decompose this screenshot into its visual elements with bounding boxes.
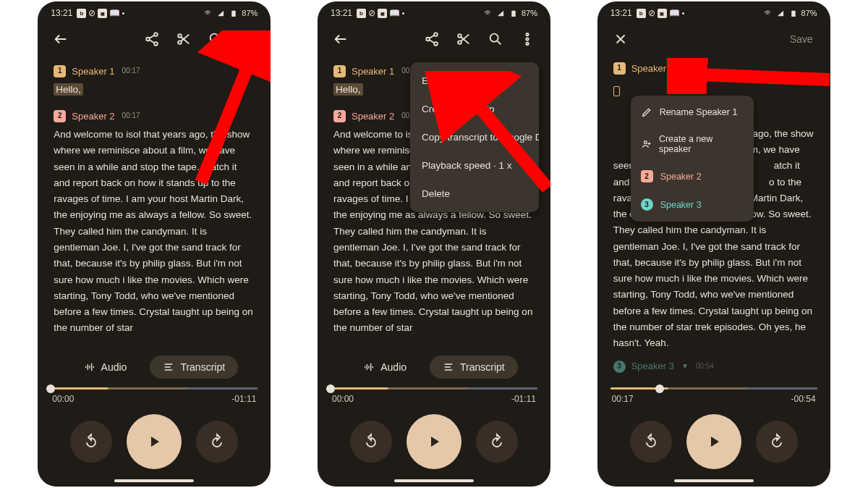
tab-transcript[interactable]: Transcript xyxy=(150,356,238,379)
nav-bar[interactable] xyxy=(394,479,474,482)
transcript-content: 1 Speaker 1 00:17 Hello, 2 Speaker 2 00:… xyxy=(38,56,271,347)
speaker-2-header[interactable]: 2 Speaker 2 00:17 xyxy=(54,109,255,124)
status-bar: 13:21 b⊘▦📖 87% xyxy=(318,1,550,22)
back-button[interactable] xyxy=(326,25,355,54)
tab-transcript[interactable]: Transcript xyxy=(430,356,518,379)
svg-point-23 xyxy=(644,141,647,144)
phone-screen-2: 13:21 b⊘▦📖 87% 1 Speaker 1 00:17 Hello, … xyxy=(318,1,550,487)
speaker-1-badge: 1 xyxy=(333,65,346,77)
speaker-1-badge: 1 xyxy=(54,65,66,77)
back-button[interactable] xyxy=(46,25,75,54)
rewind-button[interactable] xyxy=(630,421,672,463)
nav-bar[interactable] xyxy=(674,479,754,482)
speaker-3-name: Speaker 3 xyxy=(631,358,674,374)
svg-rect-22 xyxy=(791,10,796,16)
menu-delete[interactable]: Delete xyxy=(410,180,539,208)
save-button[interactable]: Save xyxy=(781,33,822,45)
speaker-1-header[interactable]: 1 Speaker 1 00:17 xyxy=(54,64,255,79)
progress-bar[interactable] xyxy=(331,387,537,390)
rewind-button[interactable] xyxy=(350,421,392,463)
svg-point-4 xyxy=(179,34,182,38)
phone-screen-1: 13:21 b⊘▦📖 87% 1 xyxy=(38,1,271,487)
nav-bar[interactable] xyxy=(114,479,194,482)
time-elapsed: 00:00 xyxy=(52,394,74,404)
progress-thumb[interactable] xyxy=(46,384,55,393)
status-time: 13:21 xyxy=(610,8,632,18)
more-button[interactable] xyxy=(233,25,262,54)
rewind-button[interactable] xyxy=(70,421,112,463)
speaker-1-name: Speaker 1 xyxy=(72,64,114,79)
more-button[interactable] xyxy=(513,25,542,54)
svg-point-9 xyxy=(247,43,249,45)
menu-edit-speaker-labels[interactable]: Edit speaker labels xyxy=(410,67,539,95)
wifi-icon xyxy=(482,9,493,17)
play-button[interactable] xyxy=(407,414,461,469)
scissors-button[interactable] xyxy=(169,25,198,54)
chevron-down-icon: ▼ xyxy=(681,361,689,373)
speaker-2-name: Speaker 2 xyxy=(352,109,394,124)
speaker-1-name: Speaker 1 xyxy=(352,64,394,79)
speaker-2-text[interactable]: And welcome to isol that years ago, the … xyxy=(54,127,255,336)
play-button[interactable] xyxy=(686,414,741,469)
menu-rename-speaker[interactable]: Rename Speaker 1 xyxy=(631,98,754,126)
view-tabs: Audio Transcript xyxy=(318,347,550,383)
status-bar: 13:21 b⊘▦📖 87% xyxy=(597,1,830,22)
battery-icon xyxy=(788,9,799,17)
search-button[interactable] xyxy=(481,25,510,54)
forward-button[interactable] xyxy=(756,421,798,463)
speaker-2-name: Speaker 2 xyxy=(72,109,114,124)
text-cursor xyxy=(613,86,620,96)
playback-controls xyxy=(318,404,550,474)
playback-controls xyxy=(38,404,271,474)
app-bar xyxy=(318,22,550,56)
svg-point-8 xyxy=(247,38,249,40)
speaker-1-timestamp: 00:17 xyxy=(122,65,140,77)
speaker-2-timestamp: 00:17 xyxy=(122,110,140,122)
status-notif-icons: b⊘▦📖 xyxy=(77,8,124,18)
time-remaining: -01:11 xyxy=(511,394,536,404)
progress-bar[interactable] xyxy=(610,387,817,390)
search-button[interactable] xyxy=(201,25,230,54)
forward-button[interactable] xyxy=(196,421,238,463)
speaker-3-badge: 3 xyxy=(641,198,653,211)
forward-button[interactable] xyxy=(476,421,518,463)
menu-playback-speed[interactable]: Playback speed · 1 x xyxy=(410,151,539,180)
speaker-2-badge: 2 xyxy=(333,110,346,122)
phone-screen-3: 13:21 b⊘▦📖 87% Save 1 Speaker 1 ▼ xxxxxx… xyxy=(597,1,830,487)
menu-copy-transcript[interactable]: Copy transcript to Google Docs xyxy=(410,123,539,151)
close-button[interactable] xyxy=(606,25,635,54)
share-button[interactable] xyxy=(417,25,446,54)
share-button[interactable] xyxy=(137,25,166,54)
menu-select-speaker-2[interactable]: 2 Speaker 2 xyxy=(631,162,754,190)
time-remaining: -01:11 xyxy=(231,394,256,404)
time-elapsed: 00:17 xyxy=(612,394,634,404)
app-bar xyxy=(38,22,271,56)
time-remaining: -00:54 xyxy=(791,394,816,404)
speaker-1-text[interactable]: Hello, xyxy=(333,83,363,96)
progress-thumb[interactable] xyxy=(326,384,335,393)
speaker-2-badge: 2 xyxy=(54,110,66,122)
svg-point-18 xyxy=(526,33,528,35)
speaker-1-text[interactable]: Hello, xyxy=(54,83,83,96)
speaker-3-timestamp: 00:54 xyxy=(696,361,714,373)
svg-point-7 xyxy=(247,33,249,35)
scissors-button[interactable] xyxy=(449,25,478,54)
speaker-1-header[interactable]: 1 Speaker 1 ▼ xyxy=(613,61,814,76)
menu-create-video-clip[interactable]: Create video clip xyxy=(410,95,539,123)
progress-bar[interactable] xyxy=(51,387,258,390)
progress-thumb[interactable] xyxy=(655,384,664,393)
tab-audio[interactable]: Audio xyxy=(350,356,420,379)
menu-create-new-speaker[interactable]: Create a new speaker xyxy=(631,126,754,162)
menu-select-speaker-3[interactable]: 3 Speaker 3 xyxy=(631,190,754,219)
speaker-3-header[interactable]: 3 Speaker 3 ▼ 00:54 xyxy=(613,358,814,374)
chevron-down-icon: ▼ xyxy=(681,62,689,75)
speaker-3-badge: 3 xyxy=(613,361,626,373)
app-bar: Save xyxy=(597,22,830,56)
svg-point-6 xyxy=(210,34,218,42)
svg-point-17 xyxy=(490,34,498,42)
status-battery: 87% xyxy=(522,9,537,17)
play-button[interactable] xyxy=(127,414,182,469)
wifi-icon xyxy=(203,9,213,17)
status-battery: 87% xyxy=(801,9,817,17)
tab-audio[interactable]: Audio xyxy=(71,356,140,379)
